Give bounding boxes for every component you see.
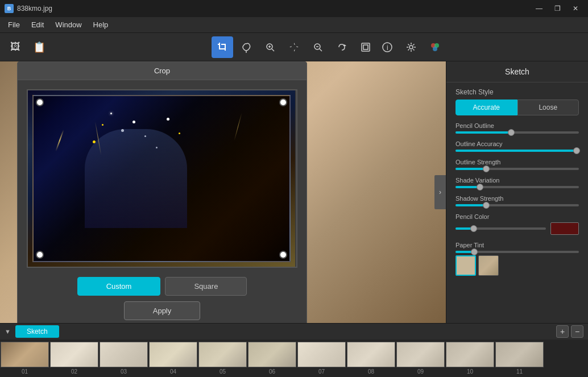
remove-thumbnail-button[interactable]: −	[571, 325, 583, 338]
thumbnail-10[interactable]: 10	[446, 342, 494, 375]
shadow-strength-slider-row: Shadow Strength	[456, 195, 579, 206]
shade-variation-track[interactable]	[456, 186, 579, 188]
crop-handle-br[interactable]	[279, 251, 287, 259]
svg-rect-3	[221, 44, 226, 45]
tint-swatch-2[interactable]	[478, 255, 499, 276]
svg-rect-2	[225, 45, 226, 49]
redo-button[interactable]	[331, 36, 353, 58]
tint-swatch-1[interactable]	[456, 255, 476, 276]
loose-button[interactable]: Loose	[517, 100, 579, 115]
thumbnail-05[interactable]: 05	[198, 342, 247, 375]
outline-accuracy-track[interactable]	[456, 150, 579, 152]
zoom-in-button[interactable]	[259, 36, 281, 58]
maximize-button[interactable]: ❐	[549, 2, 565, 15]
crop-selection[interactable]	[32, 95, 291, 262]
crop-dialog: Crop	[17, 61, 307, 323]
thumbnail-03[interactable]: 03	[100, 342, 148, 375]
pencil-outline-track[interactable]	[456, 131, 579, 134]
svg-line-8	[272, 49, 274, 51]
pencil-outline-thumb[interactable]	[508, 129, 515, 136]
pencil-color-swatch[interactable]	[550, 222, 579, 235]
pencil-color-controls	[456, 222, 579, 235]
minimize-button[interactable]: —	[531, 2, 547, 15]
add-thumbnail-button[interactable]: +	[556, 325, 569, 338]
svg-marker-12	[294, 48, 295, 52]
bottom-tab-arrow[interactable]: ▼	[5, 328, 11, 335]
info-button[interactable]: i	[376, 36, 398, 58]
bottom-strip: ▼ Sketch + − 01 02 03 04 05	[0, 323, 588, 377]
canvas-area: Crop	[0, 61, 446, 323]
shade-variation-thumb[interactable]	[477, 184, 483, 190]
svg-marker-13	[289, 46, 293, 47]
outline-strength-fill	[456, 168, 486, 170]
svg-marker-14	[295, 46, 299, 47]
thumbnail-11[interactable]: 11	[495, 342, 544, 375]
paper-tint-swatches	[456, 255, 579, 276]
pencil-color-thumb[interactable]	[470, 225, 477, 232]
bottom-sketch-tab[interactable]: Sketch	[15, 325, 59, 338]
title-bar: B 838kmo.jpg — ❐ ✕	[0, 0, 588, 17]
thumbnail-06[interactable]: 06	[248, 342, 296, 375]
svg-rect-19	[362, 43, 370, 51]
outline-accuracy-label: Outline Accuracy	[456, 140, 579, 147]
outline-strength-label: Outline Strength	[456, 159, 579, 165]
crop-custom-button[interactable]: Custom	[77, 277, 161, 296]
thumbnail-02[interactable]: 02	[50, 342, 98, 375]
thumbnail-09[interactable]: 09	[396, 342, 445, 375]
crop-square-button[interactable]: Square	[165, 277, 247, 296]
menu-window[interactable]: Window	[49, 19, 87, 31]
crop-dialog-title: Crop	[18, 62, 307, 80]
paper-tint-slider-track[interactable]	[456, 251, 579, 253]
settings-button[interactable]	[400, 36, 422, 58]
thumbnail-01[interactable]: 01	[1, 342, 49, 375]
fit-button[interactable]	[355, 36, 376, 58]
shade-variation-slider-row: Shade Variation	[456, 177, 579, 188]
shade-variation-label: Shade Variation	[456, 177, 579, 184]
shadow-strength-track[interactable]	[456, 204, 579, 206]
canvas-background: Crop	[0, 61, 446, 323]
menu-edit[interactable]: Edit	[26, 19, 49, 31]
effects-button[interactable]	[424, 36, 446, 58]
thumbnail-08[interactable]: 08	[347, 342, 395, 375]
image-button[interactable]: 🖼	[5, 36, 26, 58]
move-button[interactable]	[283, 36, 305, 58]
svg-line-16	[320, 49, 322, 51]
paper-tint-row: Paper Tint	[456, 242, 579, 276]
layers-button[interactable]: 📋	[28, 36, 50, 58]
outline-accuracy-fill	[456, 150, 577, 152]
outline-strength-slider-row: Outline Strength	[456, 159, 579, 170]
sketch-style-section: Sketch Style Accurate Loose Pencil Outli…	[446, 82, 588, 288]
crop-button[interactable]	[212, 36, 233, 58]
accurate-button[interactable]: Accurate	[456, 100, 517, 115]
thumbnail-04[interactable]: 04	[149, 342, 197, 375]
close-button[interactable]: ✕	[568, 2, 583, 15]
paper-tint-thumb[interactable]	[471, 248, 478, 255]
toolbar-left: 🖼 📋	[5, 36, 50, 58]
pencil-color-row: Pencil Color	[456, 213, 579, 235]
svg-rect-4	[218, 44, 219, 45]
outline-strength-thumb[interactable]	[483, 165, 490, 172]
menu-help[interactable]: Help	[88, 19, 114, 31]
crop-apply-button[interactable]: Apply	[124, 301, 201, 320]
style-toggle: Accurate Loose	[456, 100, 579, 115]
outline-strength-track[interactable]	[456, 168, 579, 170]
outline-accuracy-thumb[interactable]	[573, 147, 580, 154]
shadow-strength-thumb[interactable]	[483, 202, 490, 209]
crop-handle-tl[interactable]	[36, 98, 44, 106]
thumbnail-strip: 01 02 03 04 05 06 07	[0, 339, 588, 377]
crop-handle-bl[interactable]	[36, 251, 44, 259]
svg-rect-20	[363, 45, 368, 49]
pencil-color-label: Pencil Color	[456, 213, 579, 220]
svg-point-26	[433, 47, 437, 51]
thumbnail-07[interactable]: 07	[297, 342, 346, 375]
pencil-outline-label: Pencil Outline	[456, 122, 579, 129]
crop-controls: Custom Square	[27, 277, 297, 296]
lasso-button[interactable]	[235, 36, 257, 58]
collapse-panel-button[interactable]: ›	[434, 175, 446, 209]
bottom-tab-bar: ▼ Sketch + −	[0, 324, 588, 339]
pencil-color-slider-track[interactable]	[456, 227, 546, 230]
zoom-out-button[interactable]	[307, 36, 329, 58]
toolbar-right: i	[376, 36, 446, 58]
menu-file[interactable]: File	[2, 19, 26, 31]
crop-handle-tr[interactable]	[279, 98, 287, 106]
